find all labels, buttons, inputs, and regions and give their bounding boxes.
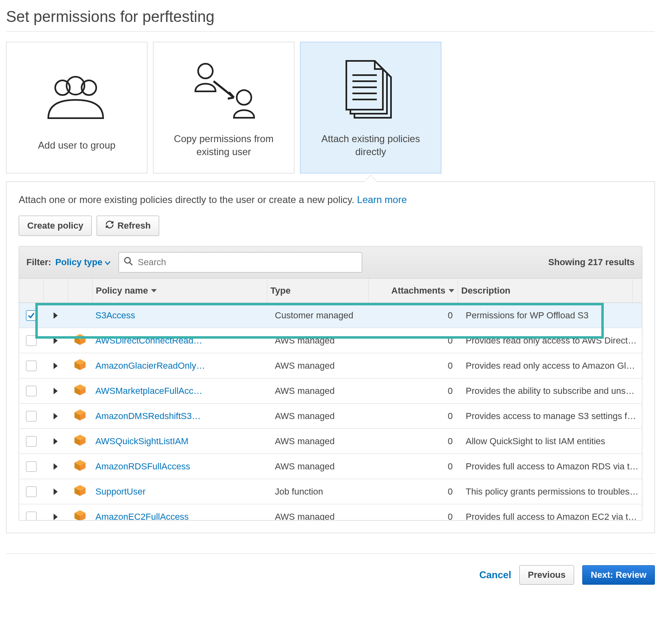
policy-attachments: 0 bbox=[373, 411, 462, 421]
copy-user-icon bbox=[185, 57, 262, 122]
policy-type: AWS managed bbox=[272, 361, 373, 371]
tab-label: Attach existing policies directly bbox=[309, 132, 433, 159]
aws-managed-icon bbox=[73, 358, 87, 374]
policy-attachments: 0 bbox=[373, 361, 462, 371]
policy-description: Allow QuickSight to list IAM entities bbox=[462, 436, 642, 447]
policy-name-link[interactable]: SupportUser bbox=[95, 486, 146, 497]
expand-row-icon[interactable] bbox=[54, 363, 58, 369]
policy-name-link[interactable]: AWSDirectConnectRead… bbox=[95, 335, 202, 346]
aws-managed-icon bbox=[73, 509, 87, 521]
expand-row-icon[interactable] bbox=[54, 312, 58, 319]
table-row: AWSQuickSightListIAM AWS managed 0 Allow… bbox=[19, 429, 642, 454]
policy-description: This policy grants permissions to troubl… bbox=[462, 486, 642, 497]
policy-name-link[interactable]: AmazonDMSRedshiftS3… bbox=[95, 411, 201, 421]
row-checkbox[interactable] bbox=[26, 310, 37, 321]
expand-row-icon[interactable] bbox=[54, 514, 58, 520]
policy-name-link[interactable]: AmazonGlacierReadOnly… bbox=[95, 361, 205, 371]
policy-type: AWS managed bbox=[272, 436, 373, 447]
policy-description: Provides read only access to AWS Direct … bbox=[462, 335, 642, 346]
tab-copy-permissions[interactable]: Copy permissions from existing user bbox=[153, 42, 294, 173]
tab-add-user-to-group[interactable]: Add user to group bbox=[6, 42, 147, 173]
table-row: AmazonDMSRedshiftS3… AWS managed 0 Provi… bbox=[19, 404, 642, 429]
aws-managed-icon bbox=[73, 383, 87, 399]
next-review-button[interactable]: Next: Review bbox=[582, 565, 655, 585]
search-input[interactable] bbox=[119, 252, 362, 272]
previous-button[interactable]: Previous bbox=[519, 565, 574, 585]
row-checkbox[interactable] bbox=[26, 512, 37, 521]
policy-name-link[interactable]: AmazonEC2FullAccess bbox=[95, 512, 189, 521]
filter-policy-type[interactable]: Policy type bbox=[55, 257, 110, 268]
row-checkbox[interactable] bbox=[26, 411, 37, 421]
table-body[interactable]: S3Access Customer managed 0 Permissions … bbox=[19, 303, 642, 520]
policy-description: Provides full access to Amazon RDS via t… bbox=[462, 461, 642, 472]
table-header: Policy name Type Attachments Description bbox=[19, 279, 642, 303]
results-count: Showing 217 results bbox=[548, 257, 635, 268]
policies-table: Filter: Policy type Showing 217 results … bbox=[19, 246, 642, 521]
chevron-down-icon bbox=[105, 257, 110, 268]
group-icon bbox=[42, 63, 111, 128]
row-checkbox[interactable] bbox=[26, 461, 37, 472]
wizard-footer: Cancel Previous Next: Review bbox=[6, 553, 655, 585]
expand-row-icon[interactable] bbox=[54, 463, 58, 470]
policy-name-link[interactable]: S3Access bbox=[95, 310, 135, 320]
svg-line-11 bbox=[130, 262, 132, 265]
expand-row-icon[interactable] bbox=[54, 388, 58, 394]
table-row: AWSDirectConnectRead… AWS managed 0 Prov… bbox=[19, 328, 642, 353]
row-checkbox[interactable] bbox=[26, 436, 37, 447]
permission-tabs: Add user to group Copy permissions from … bbox=[6, 42, 655, 173]
aws-managed-icon bbox=[73, 484, 87, 500]
expand-row-icon[interactable] bbox=[54, 488, 58, 495]
learn-more-link[interactable]: Learn more bbox=[357, 194, 407, 205]
filter-bar: Filter: Policy type Showing 217 results bbox=[19, 246, 642, 279]
table-row: AmazonRDSFullAccess AWS managed 0 Provid… bbox=[19, 454, 642, 479]
policy-description: Provides full access to Amazon EC2 via t… bbox=[462, 512, 642, 521]
tab-pointer bbox=[364, 175, 377, 182]
policy-type: Customer managed bbox=[272, 310, 373, 321]
refresh-button[interactable]: Refresh bbox=[97, 216, 159, 236]
aws-managed-icon bbox=[73, 433, 87, 450]
svg-point-3 bbox=[198, 64, 213, 78]
policy-type: AWS managed bbox=[272, 411, 373, 421]
policy-attachments: 0 bbox=[373, 512, 462, 521]
row-checkbox[interactable] bbox=[26, 335, 37, 346]
aws-managed-icon bbox=[73, 408, 87, 424]
svg-point-4 bbox=[237, 90, 251, 105]
col-type[interactable]: Type bbox=[267, 279, 368, 303]
page-title: Set permissions for perftesting bbox=[6, 6, 655, 32]
row-checkbox[interactable] bbox=[26, 386, 37, 396]
col-attachments[interactable]: Attachments bbox=[368, 279, 458, 303]
expand-row-icon[interactable] bbox=[54, 438, 58, 445]
policy-attachments: 0 bbox=[373, 386, 462, 396]
policy-name-link[interactable]: AmazonRDSFullAccess bbox=[95, 461, 190, 471]
panel-intro: Attach one or more existing policies dir… bbox=[19, 194, 642, 205]
tab-label: Copy permissions from existing user bbox=[162, 132, 286, 159]
policy-type: AWS managed bbox=[272, 512, 373, 521]
expand-row-icon[interactable] bbox=[54, 337, 58, 344]
refresh-label: Refresh bbox=[117, 220, 151, 231]
aws-managed-icon bbox=[73, 333, 87, 349]
policy-attachments: 0 bbox=[373, 310, 462, 321]
policy-attachments: 0 bbox=[373, 461, 462, 472]
policy-name-link[interactable]: AWSQuickSightListIAM bbox=[95, 436, 188, 446]
policy-description: Provides read only access to Amazon Glac… bbox=[462, 361, 642, 371]
policy-type: Job function bbox=[272, 486, 373, 497]
table-row: AmazonGlacierReadOnly… AWS managed 0 Pro… bbox=[19, 353, 642, 378]
row-checkbox[interactable] bbox=[26, 361, 37, 371]
search-icon bbox=[123, 256, 133, 268]
policy-attachments: 0 bbox=[373, 335, 462, 346]
tab-attach-existing-policies[interactable]: Attach existing policies directly bbox=[300, 42, 441, 173]
intro-text: Attach one or more existing policies dir… bbox=[19, 194, 357, 205]
cancel-button[interactable]: Cancel bbox=[479, 569, 511, 581]
svg-point-10 bbox=[125, 257, 130, 263]
expand-row-icon[interactable] bbox=[54, 413, 58, 419]
row-checkbox[interactable] bbox=[26, 486, 37, 497]
create-policy-button[interactable]: Create policy bbox=[19, 216, 92, 236]
policy-description: Permissions for WP Offload S3 bbox=[462, 310, 642, 321]
sort-caret-icon bbox=[151, 289, 157, 292]
policies-icon bbox=[340, 57, 401, 122]
policy-name-link[interactable]: AWSMarketplaceFullAcc… bbox=[95, 386, 202, 396]
col-description[interactable]: Description bbox=[458, 279, 632, 303]
col-policy-name[interactable]: Policy name bbox=[92, 279, 267, 303]
attach-policies-panel: Attach one or more existing policies dir… bbox=[6, 182, 655, 533]
policy-type: AWS managed bbox=[272, 335, 373, 346]
